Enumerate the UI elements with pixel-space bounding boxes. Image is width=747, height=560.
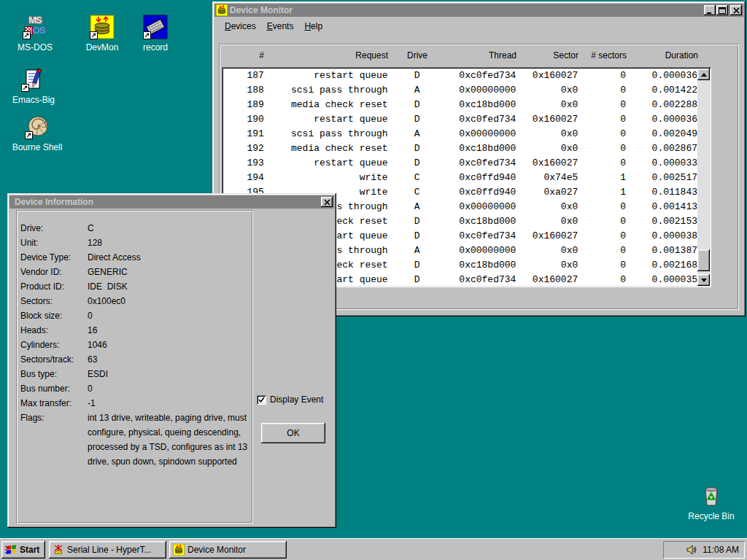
- menu-events[interactable]: Events: [263, 20, 298, 33]
- dialog-close-button[interactable]: [321, 197, 333, 207]
- scroll-down-button[interactable]: [697, 274, 710, 286]
- event-request: restart queue: [264, 112, 388, 127]
- shortcut-arrow-icon: ↗: [90, 31, 98, 39]
- field-value: 0: [88, 381, 248, 396]
- task-label: Serial Line - HyperT...: [67, 545, 151, 555]
- event-row[interactable]: 188 scsi pass through A 0x00000000 0x0 0…: [223, 83, 697, 98]
- event-row[interactable]: 189 media check reset D 0xc18bd000 0x0 0…: [223, 98, 697, 112]
- display-event-checkbox[interactable]: [257, 395, 266, 405]
- display-event-option[interactable]: Display Event: [257, 394, 323, 405]
- scrollbar-thumb[interactable]: [697, 249, 710, 271]
- ok-button[interactable]: OK: [261, 423, 325, 443]
- event-thread: 0xc0ffd940: [446, 171, 516, 185]
- icon-label: record: [127, 42, 184, 52]
- field-label: Max transfer:: [20, 396, 88, 411]
- event-thread: 0x00000000: [446, 83, 516, 98]
- event-duration: 0.000036: [626, 112, 697, 127]
- vertical-scrollbar[interactable]: [697, 69, 710, 286]
- field-label: Bus number:: [20, 381, 88, 396]
- event-duration: 0.002517: [626, 171, 697, 185]
- event-thread: 0xc18bd000: [446, 258, 516, 273]
- event-sector: 0x0: [516, 258, 578, 273]
- taskbar-clock[interactable]: 11:08 AM: [703, 545, 739, 555]
- desktop: MS OS ↗ MS-DOS ↗ DevMon: [0, 0, 747, 560]
- event-row[interactable]: 191 scsi pass through A 0x00000000 0x0 0…: [223, 127, 697, 141]
- event-request: media check reset: [264, 98, 388, 112]
- record-keyboard-icon: ↗: [143, 15, 168, 39]
- device-monitor-titlebar[interactable]: Device Monitor: [214, 4, 743, 17]
- event-request: media check reset: [264, 141, 388, 156]
- start-button[interactable]: Start: [1, 541, 45, 559]
- event-sector: 0x160027: [516, 156, 578, 171]
- event-drive: D: [388, 258, 446, 273]
- event-thread: 0xc18bd000: [446, 98, 516, 112]
- event-sector: 0x160027: [516, 273, 578, 286]
- devmon-icon: ↗: [90, 15, 115, 39]
- speaker-icon[interactable]: [686, 544, 697, 556]
- field-label: Bus type:: [20, 367, 88, 381]
- field-label: Sectors:: [20, 294, 88, 308]
- field-value: 63: [88, 352, 248, 367]
- event-thread: 0xc0fed734: [446, 69, 516, 83]
- device-info-field: Max transfer: -1: [20, 396, 253, 411]
- column-header-sector: Sector: [516, 50, 578, 61]
- devmon-task-icon: [173, 544, 185, 556]
- event-row[interactable]: 194 write C 0xc0ffd940 0x74e5 1 0.002517: [223, 171, 697, 185]
- field-value: int 13 drive, writeable, paging drive, m…: [88, 411, 248, 469]
- menu-devices[interactable]: Devices: [220, 20, 260, 33]
- task-button-device-monitor[interactable]: Device Monitor: [169, 541, 287, 559]
- event-number: 193: [223, 156, 264, 171]
- minimize-button[interactable]: [704, 5, 716, 15]
- event-thread: 0x00000000: [446, 200, 516, 214]
- desktop-icon-msdos[interactable]: MS OS ↗ MS-DOS: [7, 15, 63, 52]
- desktop-icon-bourne-shell[interactable]: ↗ Bourne Shell: [9, 114, 66, 152]
- field-value: C: [88, 221, 248, 236]
- event-drive: D: [388, 273, 446, 286]
- event-drive: D: [388, 229, 446, 244]
- event-duration: 0.000036: [626, 69, 697, 83]
- desktop-icon-record[interactable]: ↗ record: [127, 15, 184, 52]
- msdos-icon: MS OS ↗: [23, 15, 47, 39]
- close-button[interactable]: [730, 5, 742, 15]
- devmon-window-icon: [216, 4, 228, 16]
- field-label: Product ID:: [20, 279, 88, 294]
- field-label: Heads:: [20, 323, 88, 338]
- field-label: Cylinders:: [20, 338, 88, 352]
- desktop-icon-devmon[interactable]: ↗ DevMon: [74, 15, 131, 52]
- event-row[interactable]: 193 restart queue D 0xc0fed734 0x160027 …: [223, 156, 697, 171]
- event-thread: 0x00000000: [446, 244, 516, 258]
- field-label: Drive:: [20, 221, 88, 236]
- msdos-icon-ms-text: MS: [23, 15, 47, 26]
- event-row[interactable]: 190 restart queue D 0xc0fed734 0x160027 …: [223, 112, 697, 127]
- event-drive: D: [388, 69, 446, 83]
- maximize-button[interactable]: [716, 5, 728, 15]
- device-info-field: Sectors/track: 63: [20, 352, 253, 367]
- field-value: 0x100ec0: [88, 294, 248, 308]
- event-num-sectors: 0: [578, 83, 626, 98]
- event-sector: 0x74e5: [516, 171, 578, 185]
- desktop-icon-recycle-bin[interactable]: Recycle Bin: [683, 483, 740, 521]
- event-num-sectors: 1: [578, 185, 626, 200]
- event-number: 194: [223, 171, 264, 185]
- down-arrow-icon: [701, 279, 707, 282]
- event-num-sectors: 0: [578, 156, 626, 171]
- event-row[interactable]: 187 restart queue D 0xc0fed734 0x160027 …: [223, 69, 697, 83]
- event-thread: 0xc18bd000: [446, 214, 516, 229]
- field-label: Sectors/track:: [20, 352, 88, 367]
- device-info-field: Heads: 16: [20, 323, 253, 338]
- column-header-duration: Duration: [627, 50, 698, 61]
- device-information-titlebar[interactable]: Device Information: [9, 195, 334, 209]
- desktop-icon-emacs-big[interactable]: ↗ Emacs-Big: [5, 67, 62, 105]
- scroll-up-button[interactable]: [697, 69, 710, 80]
- task-button-hyperterminal[interactable]: Serial Line - HyperT...: [49, 541, 166, 559]
- emacs-document-pencil-icon: ↗: [21, 67, 46, 92]
- event-drive: C: [388, 185, 446, 200]
- event-num-sectors: 0: [578, 244, 626, 258]
- task-label: Device Monitor: [187, 545, 246, 555]
- event-row[interactable]: 192 media check reset D 0xc18bd000 0x0 0…: [223, 141, 697, 156]
- device-info-field: Device Type: Direct Access: [20, 250, 253, 265]
- event-drive: A: [388, 83, 446, 98]
- event-sector: 0x0: [516, 200, 578, 214]
- menu-help[interactable]: Help: [300, 20, 327, 33]
- icon-label: Bourne Shell: [9, 142, 66, 152]
